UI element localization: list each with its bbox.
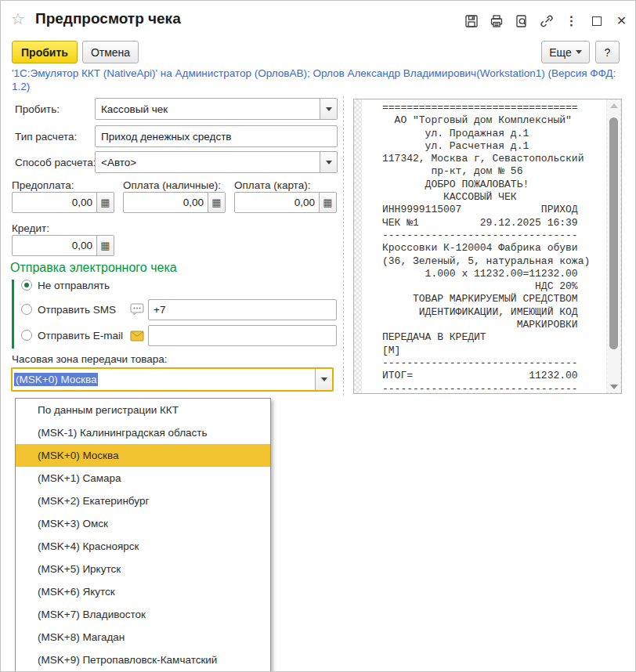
payment-cash-value: 0,00	[124, 193, 208, 212]
credit-field[interactable]: 0,00 ▦	[12, 235, 114, 256]
radio-dont-send[interactable]	[21, 280, 32, 291]
print-icon[interactable]	[489, 13, 504, 28]
calc-method-combobox[interactable]: <Авто>	[95, 151, 338, 173]
preview-icon[interactable]	[514, 13, 529, 28]
chevron-down-icon	[576, 50, 582, 54]
cancel-button[interactable]: Отмена	[82, 41, 139, 63]
payment-card-field[interactable]: 0,00 ▦	[234, 192, 337, 213]
more-icon[interactable]: ⋮	[564, 13, 579, 28]
maximize-icon[interactable]	[589, 13, 604, 28]
receipt-preview-panel: ================================ АО "Тор…	[353, 99, 622, 394]
timezone-option-msk+6[interactable]: (MSK+6) Якутск	[16, 580, 270, 603]
link-icon[interactable]	[539, 13, 554, 28]
section-accent-bar	[12, 280, 14, 349]
sms-phone-input[interactable]	[148, 299, 337, 320]
radio-send-email[interactable]	[21, 330, 32, 341]
payment-cash-field[interactable]: 0,00 ▦	[123, 192, 226, 213]
timezone-option-msk+1[interactable]: (MSK+1) Самара	[16, 467, 270, 490]
ereceipt-section-header: Отправка электронного чека	[10, 261, 177, 275]
receipt-preview-window: ☆ Предпросмотр чека ⋮ ✕ Пробить Отмена	[0, 0, 636, 672]
close-icon[interactable]: ✕	[614, 13, 629, 28]
favorite-star-icon[interactable]: ☆	[11, 9, 25, 28]
timezone-option-msk+4[interactable]: (MSK+4) Красноярск	[16, 535, 270, 558]
more-button[interactable]: Еще	[541, 41, 590, 63]
more-button-label: Еще	[549, 46, 572, 59]
probit-combobox[interactable]: Кассовый чек	[95, 98, 338, 120]
scroll-up-icon[interactable]	[610, 103, 618, 108]
commit-button[interactable]: Пробить	[12, 41, 78, 63]
credit-value: 0,00	[13, 236, 96, 255]
prepayment-value: 0,00	[13, 193, 96, 212]
calc-type-field[interactable]: Приход денежных средств	[95, 125, 338, 147]
page-title: Предпросмотр чека	[35, 10, 181, 27]
timezone-option-msk+5[interactable]: (MSK+5) Иркутск	[16, 558, 270, 580]
receipt-text: ================================ АО "Тор…	[362, 99, 606, 394]
scrollbar-thumb[interactable]	[609, 117, 618, 349]
calculator-icon[interactable]: ▦	[96, 193, 114, 212]
sms-bubble-icon[interactable]	[129, 302, 145, 316]
calc-method-value: <Авто>	[96, 152, 320, 172]
payment-cash-label: Оплата (наличные):	[123, 179, 221, 191]
timezone-selected-value: (MSK+0) Москва	[14, 373, 98, 386]
timezone-option-msk+8[interactable]: (MSK+8) Магадан	[16, 626, 270, 649]
timezone-option-msk+3[interactable]: (MSK+3) Омск	[16, 512, 270, 535]
calculator-icon[interactable]: ▦	[208, 193, 225, 212]
timezone-label: Часовая зона передачи товара:	[12, 353, 168, 365]
chevron-down-icon	[326, 107, 332, 111]
timezone-dropdown-button[interactable]	[315, 369, 332, 390]
calculator-icon[interactable]: ▦	[319, 193, 336, 212]
scroll-down-icon[interactable]	[610, 385, 618, 389]
chevron-down-icon	[321, 378, 327, 381]
timezone-option-msk-1[interactable]: (MSK-1) Калининградская область	[16, 421, 270, 444]
help-button[interactable]: ?	[595, 41, 620, 63]
probit-label: Пробить:	[15, 103, 60, 115]
radio-dont-send-label[interactable]: Не отправлять	[38, 280, 110, 291]
payment-card-value: 0,00	[235, 193, 319, 212]
prepayment-label: Предоплата:	[12, 179, 74, 191]
probit-value: Кассовый чек	[96, 99, 320, 119]
prepayment-field[interactable]: 0,00 ▦	[12, 192, 114, 213]
chevron-down-icon	[326, 161, 332, 164]
calc-type-label: Тип расчета:	[15, 131, 77, 143]
payment-card-label: Оплата (карта):	[234, 179, 310, 191]
receipt-scrollbar[interactable]	[607, 100, 620, 392]
timezone-combobox[interactable]: (MSK+0) Москва	[11, 367, 334, 392]
radio-send-sms-label[interactable]: Отправить SMS	[38, 304, 116, 316]
timezone-option-registration[interactable]: По данным регистрации ККТ	[16, 399, 270, 421]
calc-method-label: Способ расчета:	[15, 157, 96, 168]
credit-label: Кредит:	[12, 222, 49, 234]
panel-splitter[interactable]	[343, 96, 344, 396]
probit-dropdown-button[interactable]	[320, 99, 337, 119]
save-icon[interactable]	[464, 13, 479, 28]
email-input[interactable]	[148, 325, 337, 346]
calc-method-dropdown-button[interactable]	[320, 152, 337, 172]
device-info-text: '1С:Эмулятор ККТ (NativeApi)' на Админис…	[12, 67, 627, 93]
receipt-paper: ================================ АО "Тор…	[362, 99, 606, 393]
calc-type-value: Приход денежных средств	[96, 126, 337, 146]
timezone-option-msk+9[interactable]: (MSK+9) Петропавловск-Камчатский	[16, 649, 270, 671]
timezone-option-msk+0[interactable]: (MSK+0) Москва	[16, 444, 270, 467]
timezone-dropdown-list: По данным регистрации ККТ (MSK-1) Калини…	[15, 398, 271, 672]
timezone-option-msk+7[interactable]: (MSK+7) Владивосток	[16, 603, 270, 626]
calculator-icon[interactable]: ▦	[96, 236, 114, 255]
timezone-option-msk+2[interactable]: (MSK+2) Екатеринбург	[16, 490, 270, 512]
titlebar-icons: ⋮ ✕	[464, 13, 629, 28]
radio-send-email-label[interactable]: Отправить E-mail	[38, 330, 123, 341]
email-envelope-icon[interactable]	[129, 329, 145, 343]
radio-send-sms[interactable]	[21, 304, 32, 315]
